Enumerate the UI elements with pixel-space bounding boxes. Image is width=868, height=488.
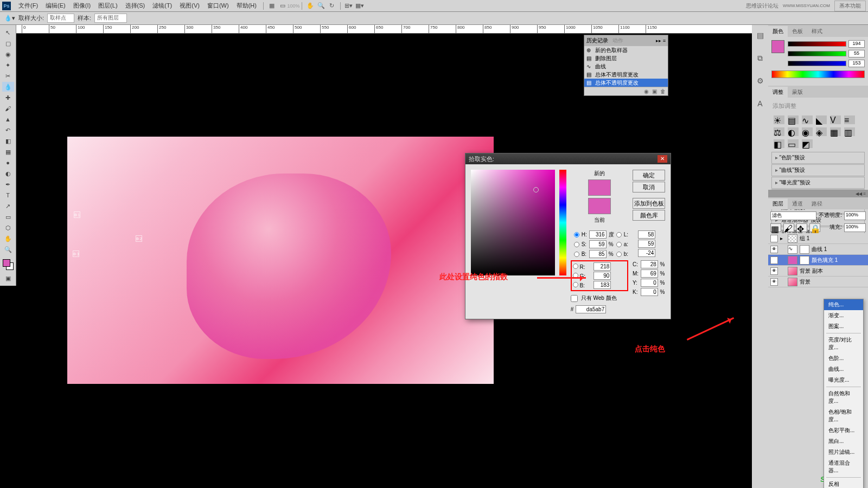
menu-image[interactable]: 图像(I) (70, 1, 94, 11)
blue-input[interactable] (593, 281, 611, 289)
opacity-input[interactable]: 100% (844, 211, 866, 220)
r-slider[interactable] (788, 41, 846, 47)
dodge-tool[interactable]: ◐ (2, 169, 14, 178)
lock-pos-icon[interactable]: ✥ (796, 223, 807, 232)
web-only-checkbox[interactable] (571, 295, 578, 302)
blur-tool[interactable]: ● (2, 158, 14, 168)
color-field[interactable] (471, 170, 555, 275)
tab-masks[interactable]: 蒙版 (788, 87, 807, 98)
history-item[interactable]: ▤删除图层 (584, 54, 668, 62)
color-swatch[interactable] (3, 259, 14, 270)
l-input[interactable] (638, 230, 655, 239)
stamp-tool[interactable]: ▲ (2, 114, 14, 124)
zoom-level[interactable]: 100% (289, 2, 298, 10)
lasso-tool[interactable]: ◉ (2, 49, 14, 59)
history-item[interactable]: ∿曲线 (584, 62, 668, 70)
tab-swatches[interactable]: 色板 (788, 26, 807, 37)
b-value[interactable]: 153 (848, 60, 865, 67)
foreground-color-box[interactable] (771, 40, 784, 53)
visibility-icon[interactable] (770, 235, 778, 242)
ctx-huesat[interactable]: 色相/饱和度... (824, 407, 863, 425)
b-slider[interactable] (788, 61, 846, 66)
a-radio[interactable] (616, 242, 622, 247)
quickmask-tool[interactable]: ▣ (2, 273, 14, 283)
layer-color-fill-1[interactable]: 👁 颜色填充 1 (768, 255, 868, 266)
invert-adj-icon[interactable]: ▦ (830, 127, 841, 136)
history-item[interactable]: ⊕新的色取样器 (584, 46, 668, 54)
tab-styles[interactable]: 样式 (807, 26, 827, 37)
tab-actions[interactable]: 动作 (612, 37, 623, 44)
balance-adj-icon[interactable]: ⚖ (774, 127, 784, 136)
filter-adj-icon[interactable]: ◉ (802, 127, 813, 136)
ctx-curves[interactable]: 曲线... (824, 364, 863, 375)
tab-channels[interactable]: 通道 (788, 198, 807, 209)
zoom-tool[interactable]: 🔍 (2, 245, 14, 254)
ok-button[interactable]: 确定 (633, 170, 665, 181)
ctx-invert[interactable]: 反相 (824, 479, 863, 488)
bridge-icon[interactable]: ▦ (267, 2, 277, 10)
path-tool[interactable]: ↗ (2, 201, 14, 211)
lock-paint-icon[interactable]: 🖌 (783, 223, 794, 232)
mask-thumb[interactable] (800, 256, 809, 265)
lab-b-radio[interactable] (616, 252, 622, 257)
k-input[interactable] (641, 288, 658, 296)
ctx-channelmixer[interactable]: 通道混合器... (824, 458, 863, 476)
ctx-solid-color[interactable]: 纯色... (824, 299, 863, 310)
ctx-pattern[interactable]: 图案... (824, 321, 863, 332)
layer-bg-copy[interactable]: 👁 背景 副本 (768, 266, 868, 277)
b-radio[interactable] (574, 252, 579, 257)
tab-adjustments[interactable]: 调整 (768, 87, 788, 98)
delete-state-icon[interactable]: 🗑 (660, 88, 666, 94)
menu-edit[interactable]: 编辑(E) (42, 1, 69, 11)
type-tool[interactable]: T (2, 190, 14, 200)
history-brush-tool[interactable]: ↶ (2, 125, 14, 135)
brightness-adj-icon[interactable]: ☀ (774, 115, 784, 124)
blend-mode-select[interactable]: 滤色 (770, 211, 816, 220)
screen-mode-icon[interactable]: ⊞▾ (344, 2, 354, 10)
s-input[interactable] (589, 240, 607, 248)
ctx-gradient[interactable]: 渐变... (824, 310, 863, 321)
levels-adj-icon[interactable]: ▤ (788, 115, 799, 124)
marquee-tool[interactable]: ▢ (2, 38, 14, 48)
r-input[interactable] (593, 262, 611, 271)
thresh-adj-icon[interactable]: ◧ (774, 139, 784, 148)
g-input[interactable] (593, 272, 611, 280)
brushes-icon[interactable]: ▤ (754, 29, 766, 41)
hand-tool[interactable]: ✋ (2, 234, 14, 243)
document-canvas[interactable]: ⊕1 ⊕2 ⊕3 (67, 137, 494, 384)
add-swatch-button[interactable]: 添加到色板 (633, 198, 665, 209)
hex-input[interactable] (576, 305, 606, 313)
visibility-icon[interactable]: 👁 (770, 256, 778, 264)
menu-help[interactable]: 帮助(H) (233, 1, 260, 11)
tab-layers[interactable]: 图层 (768, 198, 788, 209)
m-input[interactable] (641, 269, 658, 278)
hue-adj-icon[interactable]: ≡ (844, 115, 855, 124)
c-input[interactable] (641, 260, 658, 268)
ctx-levels[interactable]: 色阶... (824, 353, 863, 364)
fill-input[interactable]: 100% (844, 223, 866, 232)
brightness-input[interactable] (589, 250, 607, 258)
s-radio[interactable] (574, 242, 579, 247)
ctx-colorbalance[interactable]: 色彩平衡... (824, 425, 863, 436)
preset-exposure[interactable]: "曝光度"预设 (771, 177, 865, 189)
menu-file[interactable]: 文件(F) (15, 1, 41, 11)
tab-color[interactable]: 颜色 (768, 26, 788, 37)
brush-tool[interactable]: 🖌 (2, 104, 14, 113)
color-libraries-button[interactable]: 颜色库 (633, 210, 665, 221)
gradient-tool[interactable]: ▦ (2, 147, 14, 157)
heal-tool[interactable]: ✚ (2, 93, 14, 102)
tab-paths[interactable]: 路径 (807, 198, 827, 209)
mixer-adj-icon[interactable]: ◈ (816, 127, 827, 136)
menu-filter[interactable]: 滤镜(T) (149, 1, 175, 11)
layer-bg[interactable]: 👁 背景 (768, 277, 868, 287)
lock-all-icon[interactable]: 🔒 (809, 223, 820, 232)
color-ramp[interactable] (771, 70, 865, 78)
layer-group-1[interactable]: ▸ 组 1 (768, 233, 868, 244)
close-icon[interactable]: ✕ (658, 155, 667, 163)
crop-tool[interactable]: ✂ (2, 71, 14, 81)
poster-adj-icon[interactable]: ▥ (844, 127, 855, 136)
cancel-button[interactable]: 取消 (633, 182, 665, 192)
visibility-icon[interactable]: 👁 (770, 267, 778, 275)
dialog-titlebar[interactable]: 拾取实色: ✕ (465, 153, 671, 164)
lab-b-input[interactable] (638, 249, 655, 257)
